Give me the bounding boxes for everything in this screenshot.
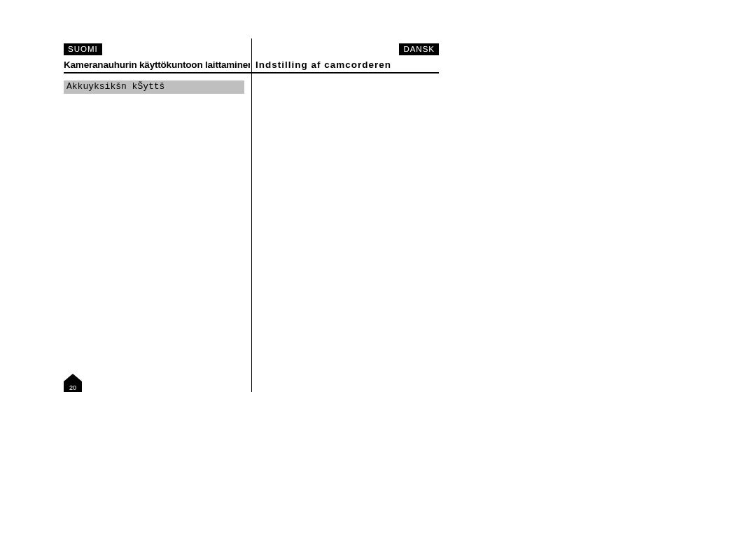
page-number-marker: 20 bbox=[64, 374, 82, 392]
language-label-right: DANSK bbox=[399, 43, 439, 55]
heading-left: Kameranauhurin käyttökuntoon laittaminen bbox=[64, 58, 250, 72]
page-number: 20 bbox=[64, 374, 82, 392]
subheading-left: Akkuyksikšn kŠyttš bbox=[64, 80, 244, 94]
heading-row: Kameranauhurin käyttökuntoon laittaminen… bbox=[64, 58, 439, 73]
document-page: SUOMI DANSK Kameranauhurin käyttökuntoon… bbox=[0, 0, 756, 534]
heading-right: Indstilling af camcorderen bbox=[250, 58, 439, 72]
column-divider bbox=[251, 38, 252, 392]
language-label-left: SUOMI bbox=[64, 43, 102, 55]
content-area: SUOMI DANSK Kameranauhurin käyttökuntoon… bbox=[64, 38, 439, 392]
